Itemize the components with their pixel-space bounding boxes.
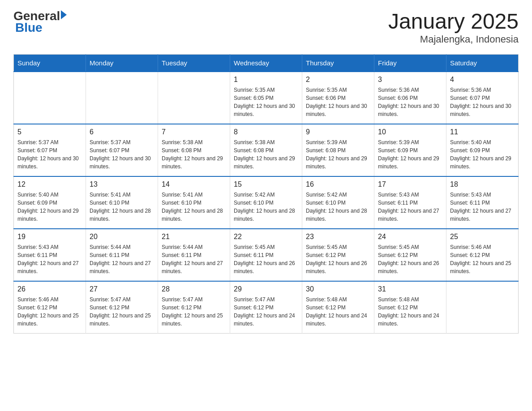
calendar-cell: 8Sunrise: 5:38 AMSunset: 6:08 PMDaylight… — [230, 124, 302, 176]
day-number: 28 — [162, 285, 226, 293]
logo-icon: General Blue — [13, 9, 67, 35]
calendar-cell: 3Sunrise: 5:36 AMSunset: 6:06 PMDaylight… — [374, 72, 446, 124]
day-info: Sunrise: 5:47 AMSunset: 6:12 PMDaylight:… — [90, 295, 154, 328]
calendar-cell: 22Sunrise: 5:45 AMSunset: 6:11 PMDayligh… — [230, 229, 302, 281]
day-number: 7 — [162, 128, 226, 136]
calendar-cell — [14, 72, 86, 124]
calendar-week-3: 12Sunrise: 5:40 AMSunset: 6:09 PMDayligh… — [14, 176, 519, 229]
header-tuesday: Tuesday — [158, 55, 230, 72]
day-number: 2 — [306, 76, 370, 84]
day-number: 18 — [450, 180, 515, 188]
day-number: 4 — [450, 76, 515, 84]
calendar-cell — [158, 72, 230, 124]
calendar-cell: 24Sunrise: 5:45 AMSunset: 6:12 PMDayligh… — [374, 229, 446, 281]
calendar-cell: 13Sunrise: 5:41 AMSunset: 6:10 PMDayligh… — [86, 176, 158, 229]
day-info: Sunrise: 5:35 AMSunset: 6:05 PMDaylight:… — [234, 86, 298, 118]
day-number: 14 — [162, 180, 226, 188]
header-wednesday: Wednesday — [230, 55, 302, 72]
calendar-cell: 1Sunrise: 5:35 AMSunset: 6:05 PMDaylight… — [230, 72, 302, 124]
day-info: Sunrise: 5:42 AMSunset: 6:10 PMDaylight:… — [234, 191, 298, 223]
calendar-cell: 4Sunrise: 5:36 AMSunset: 6:07 PMDaylight… — [446, 72, 519, 124]
calendar-cell: 30Sunrise: 5:48 AMSunset: 6:12 PMDayligh… — [302, 281, 374, 334]
calendar-cell: 14Sunrise: 5:41 AMSunset: 6:10 PMDayligh… — [158, 176, 230, 229]
day-info: Sunrise: 5:38 AMSunset: 6:08 PMDaylight:… — [162, 138, 226, 171]
header-thursday: Thursday — [302, 55, 374, 72]
day-number: 26 — [17, 285, 82, 293]
day-number: 9 — [306, 128, 370, 136]
day-number: 3 — [378, 76, 442, 84]
calendar-subtitle: Majalengka, Indonesia — [388, 34, 519, 45]
calendar-cell: 11Sunrise: 5:40 AMSunset: 6:09 PMDayligh… — [446, 124, 519, 176]
day-info: Sunrise: 5:40 AMSunset: 6:09 PMDaylight:… — [17, 191, 82, 223]
page-header: General Blue January 2025 Majalengka, In… — [13, 9, 519, 45]
calendar-cell: 20Sunrise: 5:44 AMSunset: 6:11 PMDayligh… — [86, 229, 158, 281]
logo-blue-text: Blue — [13, 21, 43, 35]
calendar-cell: 26Sunrise: 5:46 AMSunset: 6:12 PMDayligh… — [14, 281, 86, 334]
calendar-title: January 2025 — [388, 9, 519, 34]
day-number: 29 — [234, 285, 298, 293]
day-number: 12 — [17, 180, 82, 188]
logo-triangle-icon — [61, 10, 67, 19]
day-info: Sunrise: 5:39 AMSunset: 6:09 PMDaylight:… — [378, 138, 442, 171]
day-info: Sunrise: 5:40 AMSunset: 6:09 PMDaylight:… — [450, 138, 515, 171]
day-info: Sunrise: 5:35 AMSunset: 6:06 PMDaylight:… — [306, 86, 370, 118]
day-info: Sunrise: 5:48 AMSunset: 6:12 PMDaylight:… — [306, 295, 370, 328]
calendar-cell: 18Sunrise: 5:43 AMSunset: 6:11 PMDayligh… — [446, 176, 519, 229]
calendar-week-1: 1Sunrise: 5:35 AMSunset: 6:05 PMDaylight… — [14, 72, 519, 124]
calendar-cell: 2Sunrise: 5:35 AMSunset: 6:06 PMDaylight… — [302, 72, 374, 124]
day-info: Sunrise: 5:42 AMSunset: 6:10 PMDaylight:… — [306, 191, 370, 223]
day-number: 20 — [90, 233, 154, 241]
day-number: 15 — [234, 180, 298, 188]
header-saturday: Saturday — [446, 55, 519, 72]
day-number: 30 — [306, 285, 370, 293]
calendar-cell: 25Sunrise: 5:46 AMSunset: 6:12 PMDayligh… — [446, 229, 519, 281]
calendar-week-2: 5Sunrise: 5:37 AMSunset: 6:07 PMDaylight… — [14, 124, 519, 176]
day-info: Sunrise: 5:47 AMSunset: 6:12 PMDaylight:… — [234, 295, 298, 328]
day-info: Sunrise: 5:38 AMSunset: 6:08 PMDaylight:… — [234, 138, 298, 171]
calendar-cell: 15Sunrise: 5:42 AMSunset: 6:10 PMDayligh… — [230, 176, 302, 229]
day-number: 17 — [378, 180, 442, 188]
day-info: Sunrise: 5:46 AMSunset: 6:12 PMDaylight:… — [17, 295, 82, 328]
day-info: Sunrise: 5:39 AMSunset: 6:08 PMDaylight:… — [306, 138, 370, 171]
day-info: Sunrise: 5:44 AMSunset: 6:11 PMDaylight:… — [162, 243, 226, 275]
day-info: Sunrise: 5:37 AMSunset: 6:07 PMDaylight:… — [17, 138, 82, 171]
day-info: Sunrise: 5:37 AMSunset: 6:07 PMDaylight:… — [90, 138, 154, 171]
calendar-cell: 23Sunrise: 5:45 AMSunset: 6:12 PMDayligh… — [302, 229, 374, 281]
header-friday: Friday — [374, 55, 446, 72]
calendar-cell: 9Sunrise: 5:39 AMSunset: 6:08 PMDaylight… — [302, 124, 374, 176]
day-number: 5 — [17, 128, 82, 136]
calendar-cell: 12Sunrise: 5:40 AMSunset: 6:09 PMDayligh… — [14, 176, 86, 229]
calendar-cell: 7Sunrise: 5:38 AMSunset: 6:08 PMDaylight… — [158, 124, 230, 176]
calendar-cell: 10Sunrise: 5:39 AMSunset: 6:09 PMDayligh… — [374, 124, 446, 176]
day-info: Sunrise: 5:45 AMSunset: 6:12 PMDaylight:… — [306, 243, 370, 275]
day-info: Sunrise: 5:47 AMSunset: 6:12 PMDaylight:… — [162, 295, 226, 328]
calendar-cell: 28Sunrise: 5:47 AMSunset: 6:12 PMDayligh… — [158, 281, 230, 334]
day-number: 1 — [234, 76, 298, 84]
day-number: 19 — [17, 233, 82, 241]
calendar-week-5: 26Sunrise: 5:46 AMSunset: 6:12 PMDayligh… — [14, 281, 519, 334]
calendar-cell: 31Sunrise: 5:48 AMSunset: 6:12 PMDayligh… — [374, 281, 446, 334]
day-info: Sunrise: 5:36 AMSunset: 6:06 PMDaylight:… — [378, 86, 442, 118]
calendar-table: SundayMondayTuesdayWednesdayThursdayFrid… — [13, 54, 519, 334]
day-info: Sunrise: 5:41 AMSunset: 6:10 PMDaylight:… — [162, 191, 226, 223]
calendar-cell: 16Sunrise: 5:42 AMSunset: 6:10 PMDayligh… — [302, 176, 374, 229]
header-sunday: Sunday — [14, 55, 86, 72]
day-info: Sunrise: 5:41 AMSunset: 6:10 PMDaylight:… — [90, 191, 154, 223]
calendar-cell: 19Sunrise: 5:43 AMSunset: 6:11 PMDayligh… — [14, 229, 86, 281]
day-number: 25 — [450, 233, 515, 241]
day-info: Sunrise: 5:43 AMSunset: 6:11 PMDaylight:… — [450, 191, 515, 223]
day-number: 13 — [90, 180, 154, 188]
calendar-cell: 5Sunrise: 5:37 AMSunset: 6:07 PMDaylight… — [14, 124, 86, 176]
logo: General Blue — [13, 9, 67, 35]
day-info: Sunrise: 5:43 AMSunset: 6:11 PMDaylight:… — [378, 191, 442, 223]
day-info: Sunrise: 5:45 AMSunset: 6:12 PMDaylight:… — [378, 243, 442, 275]
day-number: 31 — [378, 285, 442, 293]
day-number: 11 — [450, 128, 515, 136]
day-info: Sunrise: 5:45 AMSunset: 6:11 PMDaylight:… — [234, 243, 298, 275]
calendar-cell: 6Sunrise: 5:37 AMSunset: 6:07 PMDaylight… — [86, 124, 158, 176]
day-number: 22 — [234, 233, 298, 241]
calendar-cell: 17Sunrise: 5:43 AMSunset: 6:11 PMDayligh… — [374, 176, 446, 229]
day-info: Sunrise: 5:46 AMSunset: 6:12 PMDaylight:… — [450, 243, 515, 275]
day-number: 24 — [378, 233, 442, 241]
day-number: 21 — [162, 233, 226, 241]
